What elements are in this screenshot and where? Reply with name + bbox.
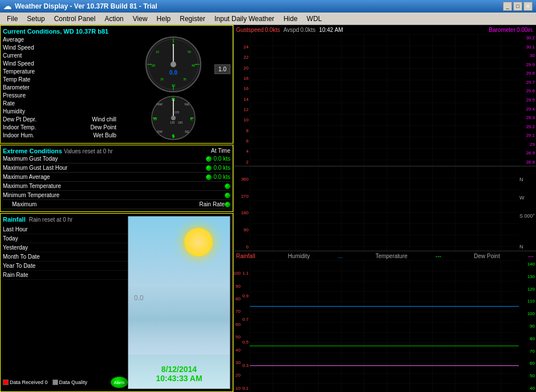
svg-text:35: 35: [183, 77, 186, 81]
menu-hide[interactable]: Hide: [279, 14, 302, 24]
menu-view[interactable]: View: [128, 14, 152, 24]
menu-action[interactable]: Action: [100, 14, 128, 24]
right-side-values: 1.0: [214, 64, 230, 75]
condition-indoor-temp: Indoor Temp. Dew Point: [3, 124, 116, 131]
extreme-conditions-panel: Extreme Conditions Values reset at 0 hr …: [0, 145, 233, 212]
svg-text:225: 225: [174, 111, 180, 114]
rainfall-today: Today: [3, 234, 128, 243]
max-temp-indicator: [225, 183, 230, 189]
condition-average: Average: [3, 36, 116, 43]
close-button[interactable]: ✕: [523, 2, 533, 11]
svg-text:10: 10: [156, 50, 159, 54]
temp-chart-label: Temperature: [375, 253, 407, 259]
max-rain-rate-indicator: [225, 202, 230, 207]
gust-speed-value: 0.0kts: [265, 27, 280, 33]
extreme-max-gust-last-hour: Maximum Gust Last Hour 0.0 kts: [3, 164, 230, 173]
menu-wdl[interactable]: WDL: [302, 14, 327, 24]
svg-text:135: 135: [170, 121, 175, 124]
rainfall-title: Rainfall: [3, 216, 26, 223]
barometer-value: 0.00in.: [517, 27, 534, 33]
window-controls: _ □ ✕: [503, 2, 533, 11]
extreme-title: Extreme Conditions Values reset at 0 hr …: [3, 148, 230, 154]
sun-circle: [184, 228, 213, 256]
svg-text:W: W: [153, 117, 157, 121]
extreme-max-average: Maximum Average 0.0 kts: [3, 173, 230, 182]
condition-pressure: Pressure: [3, 92, 116, 99]
condition-current: Current: [3, 52, 116, 59]
extreme-conditions-title: Extreme Conditions: [3, 148, 62, 154]
top-chart-svg: [234, 34, 536, 166]
condition-indoor-hum: Indoor Hum. Wet Bulb: [3, 132, 116, 139]
extreme-max-gust-today: Maximum Gust Today 0.0 kts: [3, 154, 230, 164]
svg-text:180: 180: [178, 121, 183, 124]
max-gust-hour-indicator: [206, 165, 212, 171]
condition-rate: Rate: [3, 100, 116, 107]
gauges-area: 0 30 20 40 10 50 25 35: [116, 36, 230, 141]
maximize-button[interactable]: □: [513, 2, 522, 11]
top-chart: Gustspeed 0.0kts Avspd 0.0kts 10:42 AM B…: [234, 25, 536, 166]
middle-chart: 360 270 180 90 0 N W S 000° N: [234, 166, 536, 251]
right-panel: Gustspeed 0.0kts Avspd 0.0kts 10:42 AM B…: [234, 25, 536, 392]
menu-bar: File Setup Control Panel Action View Hel…: [0, 13, 536, 25]
compass-gauge: N S W E NW NE SW SE: [151, 95, 196, 141]
rainfall-value-display: 0.0: [134, 294, 144, 302]
menu-register[interactable]: Register: [175, 14, 210, 24]
compass-gauge-svg: N S W E NW NE SW SE: [151, 95, 196, 141]
svg-text:E: E: [190, 117, 193, 121]
rainfall-panel: Rainfall Rain reset at 0 hr Last Hour To…: [0, 213, 233, 392]
svg-rect-35: [250, 166, 519, 251]
condition-temp-rate: Temp Rate: [3, 76, 116, 83]
svg-text:40: 40: [192, 64, 196, 67]
svg-text:0.0: 0.0: [169, 70, 177, 76]
rainfall-subtitle: Rain reset at 0 hr: [29, 217, 73, 223]
minimize-button[interactable]: _: [503, 2, 512, 11]
date-display: 8/12/2014: [156, 365, 202, 374]
gust-speed-label: Gustspeed: [236, 27, 263, 33]
data-indicators: Data Received 0 Data Quality Alarm: [3, 374, 128, 389]
at-time-label: At Time: [211, 148, 230, 154]
middle-chart-canvas: 360 270 180 90 0 N W S 000° N: [234, 166, 536, 251]
alarm-button[interactable]: Alarm: [111, 377, 128, 388]
extreme-max-temperature: Maximum Temperature: [3, 182, 230, 191]
conditions-content: Average Wind Speed Current Wind Speed Te…: [3, 36, 230, 141]
menu-control-panel[interactable]: Control Panel: [50, 14, 100, 24]
rainfall-yesterday: Yesterday: [3, 243, 128, 252]
svg-point-14: [170, 62, 176, 67]
svg-text:25: 25: [160, 77, 164, 81]
top-chart-header: Gustspeed 0.0kts Avspd 0.0kts 10:42 AM B…: [234, 25, 536, 34]
bottom-chart-header: Rainfall Humidity ... Temperature --- De…: [234, 251, 536, 260]
extreme-max-rain-rate: Maximum Rain Rate: [3, 200, 230, 209]
svg-text:30: 30: [172, 84, 176, 87]
menu-input-daily-weather[interactable]: Input Daily Weather: [210, 14, 279, 24]
left-panel: Current Conditions, WD 10.37R b81 Averag…: [0, 25, 234, 392]
svg-text:NW: NW: [157, 103, 163, 106]
max-avg-value: 0.0 kts: [214, 174, 230, 180]
condition-wind-speed: Wind Speed: [3, 60, 116, 67]
menu-setup[interactable]: Setup: [22, 14, 49, 24]
rainfall-text: Rainfall Rain reset at 0 hr Last Hour To…: [3, 216, 128, 389]
avspd-value: 0.0kts: [301, 27, 316, 33]
max-gust-today-indicator: [206, 156, 212, 162]
bottom-chart-svg: [234, 260, 536, 392]
conditions-text: Average Wind Speed Current Wind Speed Te…: [3, 36, 116, 141]
bottom-chart-y-left: 100 90 80 70 60 50 40 30 20 10: [234, 270, 242, 392]
bottom-chart-y-right: 140 130 120 110 100 90 80 70 60 50 40: [519, 260, 536, 392]
rainfall-last-hour: Last Hour: [3, 225, 128, 234]
menu-file[interactable]: File: [2, 14, 22, 24]
current-conditions-title: Current Conditions, WD 10.37R b81: [3, 28, 230, 35]
extreme-conditions-subtitle: Values reset at 0 hr: [64, 148, 113, 154]
max-gust-today-value: 0.0 kts: [214, 156, 230, 162]
speed-gauge: 0 30 20 40 10 50 25 35: [145, 36, 202, 93]
rainfall-rain-rate: Rain Rate: [3, 271, 128, 280]
max-gust-hour-value: 0.0 kts: [214, 165, 230, 171]
rainfall-year-to-date: Year To Date: [3, 262, 128, 271]
main-content: Current Conditions, WD 10.37R b81 Averag…: [0, 25, 536, 392]
extreme-min-temperature: Minimum Temperature: [3, 191, 230, 200]
rainfall-title-row: Rainfall Rain reset at 0 hr: [3, 216, 128, 223]
rainfall-month-to-date: Month To Date: [3, 252, 128, 262]
bottom-chart: Rainfall Humidity ... Temperature --- De…: [234, 251, 536, 392]
rainfall-chart-label: Rainfall: [236, 253, 255, 259]
compass-labels: N W S 000° N: [519, 175, 535, 251]
menu-help[interactable]: Help: [152, 14, 176, 24]
chart-time: 10:42 AM: [319, 27, 489, 33]
